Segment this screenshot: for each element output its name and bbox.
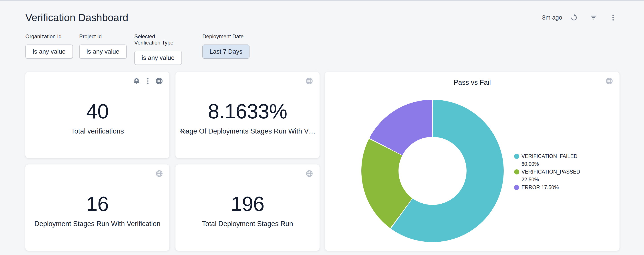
chart-legend: VERIFICATION_FAILED 60.00% VERIFICATION_… (514, 152, 588, 191)
filter-icon (590, 14, 598, 22)
refresh-button[interactable] (570, 13, 578, 22)
filter-label: Organization Id (25, 33, 73, 40)
globe-icon (305, 77, 313, 85)
tile-total-verifications: 40 Total verifications (25, 72, 170, 158)
drill-globe-button[interactable] (155, 77, 163, 85)
refresh-icon (570, 14, 578, 22)
filter-label: Project Id (79, 33, 127, 40)
legend-item-verification-failed[interactable]: VERIFICATION_FAILED 60.00% (514, 152, 588, 168)
stat-label: Total verifications (25, 127, 170, 135)
legend-pct: 60.00% (522, 161, 539, 167)
chart-title: Pass vs Fail (325, 78, 620, 87)
drill-globe-button[interactable] (155, 170, 163, 178)
dashboard-page: Verification Dashboard 8m ago Organizati… (0, 0, 644, 255)
tile-stages-run-with-verification: 16 Deployment Stages Run With Verificati… (25, 164, 170, 251)
tile-pct-stages-with-verification: 8.1633% %age Of Deployments Stages Run W… (176, 72, 320, 158)
filter-label: Deployment Date (202, 33, 250, 40)
pass-vs-fail-card: Pass vs Fail VERIFICATION_FAILED 60.00% (325, 72, 620, 251)
filter-toggle-button[interactable] (589, 13, 598, 22)
top-divider (0, 0, 644, 1)
globe-icon (305, 170, 313, 178)
stat-value: 8.1633% (176, 101, 320, 121)
stat-label: Deployment Stages Run With Verification (25, 220, 170, 228)
legend-dot (514, 185, 519, 190)
globe-icon (605, 77, 613, 85)
filter-deployment-date: Deployment Date Last 7 Days (202, 33, 250, 59)
legend-name: VERIFICATION_PASSED (522, 169, 580, 175)
tile-actions (305, 77, 313, 85)
legend-item-verification-passed[interactable]: VERIFICATION_PASSED 22.50% (514, 168, 588, 184)
header-actions: 8m ago (542, 13, 617, 22)
kebab-menu-icon (609, 14, 617, 22)
tile-menu-button[interactable] (144, 77, 152, 85)
stat-value: 16 (25, 194, 170, 214)
globe-icon (155, 170, 163, 178)
legend-pct: 22.50% (522, 177, 539, 182)
legend-pct: 17.50% (541, 184, 558, 190)
stat-value: 40 (25, 101, 170, 121)
filter-organization-id: Organization Id is any value (25, 33, 73, 59)
bell-plus-icon (132, 77, 140, 85)
tile-actions (155, 170, 163, 178)
stat-label: %age Of Deployments Stages Run With V… (176, 127, 320, 135)
legend-name: ERROR (522, 184, 540, 190)
stat-label: Total Deployment Stages Run (176, 220, 320, 228)
tile-total-stages-run: 196 Total Deployment Stages Run (176, 164, 320, 251)
tile-actions (132, 77, 163, 85)
tile-actions (605, 77, 613, 85)
drill-globe-button[interactable] (305, 77, 313, 85)
kebab-menu-icon (144, 77, 152, 85)
filter-value-button[interactable]: Last 7 Days (202, 45, 250, 59)
dashboard-menu-button[interactable] (609, 13, 617, 22)
filter-value-button[interactable]: is any value (134, 51, 182, 65)
legend-dot (514, 169, 519, 174)
legend-item-error[interactable]: ERROR 17.50% (514, 184, 588, 191)
filter-value-button[interactable]: is any value (25, 45, 73, 59)
filter-value-button[interactable]: is any value (79, 45, 127, 59)
last-refresh-label: 8m ago (542, 14, 562, 21)
filter-project-id: Project Id is any value (79, 33, 127, 59)
legend-dot (514, 154, 519, 159)
donut-hole (398, 137, 466, 205)
filter-label: Selected Verification Type (134, 33, 182, 46)
drill-globe-button[interactable] (305, 170, 313, 178)
add-alert-button[interactable] (132, 77, 140, 85)
page-title: Verification Dashboard (25, 12, 128, 24)
tile-actions (305, 170, 313, 178)
globe-icon (155, 77, 163, 85)
stat-value: 196 (176, 194, 320, 214)
drill-globe-button[interactable] (605, 77, 613, 85)
filter-verification-type: Selected Verification Type is any value (134, 33, 182, 65)
pass-fail-donut-chart[interactable] (361, 100, 504, 242)
legend-name: VERIFICATION_FAILED (522, 153, 577, 159)
